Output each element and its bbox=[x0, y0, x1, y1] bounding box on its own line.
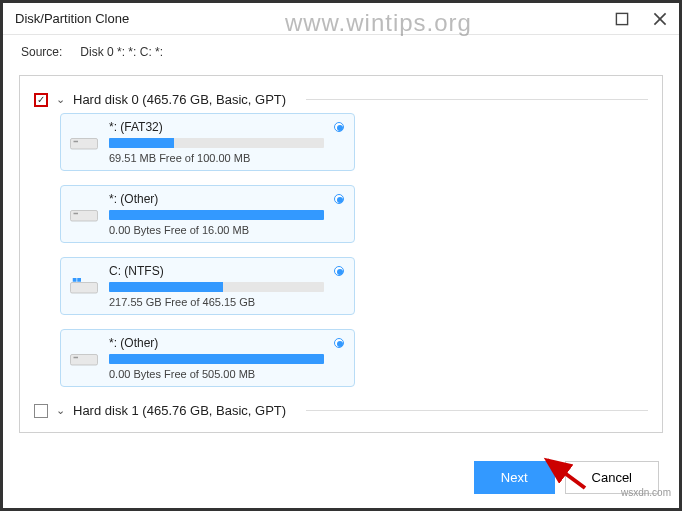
svg-rect-0 bbox=[616, 13, 627, 24]
partition-free: 0.00 Bytes Free of 505.00 MB bbox=[109, 368, 346, 380]
source-label: Source: bbox=[21, 45, 62, 59]
partition-name: *: (Other) bbox=[109, 336, 346, 350]
usage-bar bbox=[109, 210, 324, 220]
partition-card[interactable]: *: (Other) 0.00 Bytes Free of 505.00 MB bbox=[60, 329, 355, 387]
maximize-icon[interactable] bbox=[615, 12, 629, 26]
partition-name: *: (Other) bbox=[109, 192, 346, 206]
svg-rect-8 bbox=[73, 278, 77, 282]
drive-icon bbox=[69, 348, 99, 370]
partition-name: *: (FAT32) bbox=[109, 120, 346, 134]
partition-info: C: (NTFS) 217.55 GB Free of 465.15 GB bbox=[109, 264, 346, 308]
disk-0-checkbox[interactable] bbox=[34, 93, 48, 107]
disk-1-checkbox[interactable] bbox=[34, 404, 48, 418]
disk-row-1[interactable]: ⌄ Hard disk 1 (465.76 GB, Basic, GPT) bbox=[34, 397, 648, 424]
partition-info: *: (FAT32) 69.51 MB Free of 100.00 MB bbox=[109, 120, 346, 164]
partition-free: 0.00 Bytes Free of 16.00 MB bbox=[109, 224, 346, 236]
chevron-down-icon[interactable]: ⌄ bbox=[56, 404, 65, 417]
partition-name: C: (NTFS) bbox=[109, 264, 346, 278]
chevron-down-icon[interactable]: ⌄ bbox=[56, 93, 65, 106]
drive-icon bbox=[69, 132, 99, 154]
usage-bar bbox=[109, 138, 324, 148]
partition-radio[interactable] bbox=[334, 194, 344, 204]
cancel-button[interactable]: Cancel bbox=[565, 461, 659, 494]
window-title: Disk/Partition Clone bbox=[15, 11, 129, 26]
svg-rect-6 bbox=[74, 213, 79, 215]
close-icon[interactable] bbox=[653, 12, 667, 26]
svg-rect-3 bbox=[71, 139, 98, 150]
partition-card[interactable]: *: (Other) 0.00 Bytes Free of 16.00 MB bbox=[60, 185, 355, 243]
svg-rect-4 bbox=[74, 141, 79, 143]
disk-0-label: Hard disk 0 (465.76 GB, Basic, GPT) bbox=[73, 92, 286, 107]
divider bbox=[306, 99, 648, 100]
titlebar: Disk/Partition Clone bbox=[3, 3, 679, 35]
partition-card[interactable]: *: (Other) 0.00 Bytes Free of 15.98 MB bbox=[60, 424, 355, 433]
windows-drive-icon bbox=[69, 276, 99, 298]
disk-0-partitions: *: (FAT32) 69.51 MB Free of 100.00 MB *:… bbox=[60, 113, 648, 387]
disk-1-partitions: *: (Other) 0.00 Bytes Free of 15.98 MB bbox=[60, 424, 648, 433]
window-controls bbox=[615, 12, 667, 26]
drive-icon bbox=[69, 204, 99, 226]
source-value: Disk 0 *: *: C: *: bbox=[80, 45, 163, 59]
disk-list-panel: ⌄ Hard disk 0 (465.76 GB, Basic, GPT) *:… bbox=[19, 75, 663, 433]
partition-free: 69.51 MB Free of 100.00 MB bbox=[109, 152, 346, 164]
partition-radio[interactable] bbox=[334, 266, 344, 276]
disk-1-label: Hard disk 1 (465.76 GB, Basic, GPT) bbox=[73, 403, 286, 418]
partition-info: *: (Other) 0.00 Bytes Free of 16.00 MB bbox=[109, 192, 346, 236]
svg-rect-11 bbox=[71, 355, 98, 366]
usage-bar bbox=[109, 282, 324, 292]
partition-card[interactable]: C: (NTFS) 217.55 GB Free of 465.15 GB bbox=[60, 257, 355, 315]
usage-bar bbox=[109, 354, 324, 364]
partition-free: 217.55 GB Free of 465.15 GB bbox=[109, 296, 346, 308]
partition-radio[interactable] bbox=[334, 122, 344, 132]
svg-rect-5 bbox=[71, 211, 98, 222]
divider bbox=[306, 410, 648, 411]
next-button[interactable]: Next bbox=[474, 461, 555, 494]
partition-card[interactable]: *: (FAT32) 69.51 MB Free of 100.00 MB bbox=[60, 113, 355, 171]
footer-buttons: Next Cancel bbox=[474, 461, 659, 494]
disk-row-0[interactable]: ⌄ Hard disk 0 (465.76 GB, Basic, GPT) bbox=[34, 86, 648, 113]
partition-info: *: (Other) 0.00 Bytes Free of 15.98 MB bbox=[108, 430, 347, 433]
svg-rect-9 bbox=[77, 278, 81, 282]
partition-radio[interactable] bbox=[334, 338, 344, 348]
partition-info: *: (Other) 0.00 Bytes Free of 505.00 MB bbox=[109, 336, 346, 380]
svg-rect-12 bbox=[74, 357, 79, 359]
source-row: Source: Disk 0 *: *: C: *: bbox=[3, 35, 679, 69]
partition-name: *: (Other) bbox=[108, 430, 347, 433]
